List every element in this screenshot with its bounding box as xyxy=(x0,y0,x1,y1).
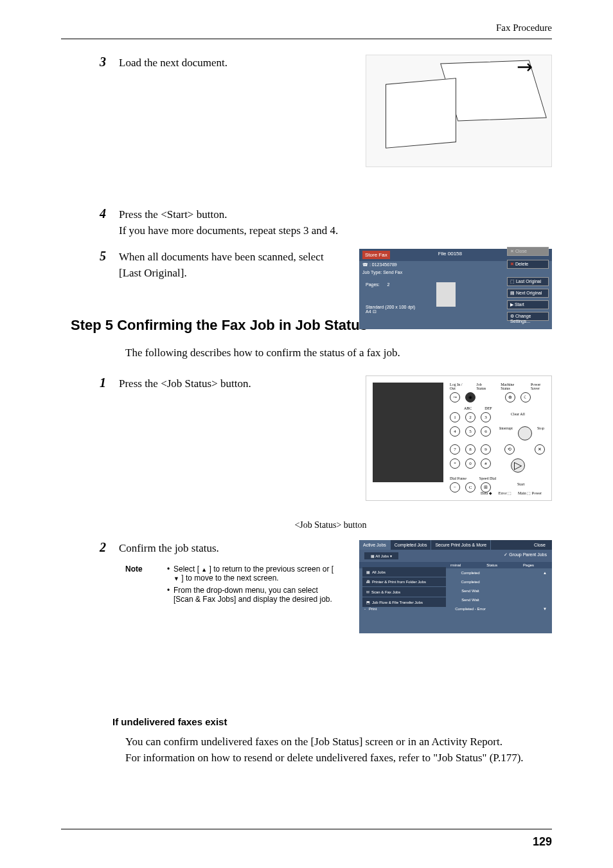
login-button[interactable]: ⊸ xyxy=(450,392,460,402)
key-1[interactable]: 1 xyxy=(450,412,460,422)
note-bullet-1: Select [ ] to return to the previous scr… xyxy=(167,565,334,583)
step-5-line1: When all documents have been scanned, se… xyxy=(119,249,344,282)
step-4-line2: If you have more documents, repeat steps… xyxy=(119,222,552,239)
footer-divider xyxy=(61,829,552,829)
stop-button[interactable]: ✕ xyxy=(535,444,545,455)
col-pages: Pages xyxy=(510,563,547,567)
step-4-number: 4 xyxy=(100,206,106,221)
close-button[interactable]: Close xyxy=(528,540,552,550)
machine-status-button[interactable]: ⊕ xyxy=(505,392,515,402)
filter-dropdown-menu: ▦ All Jobs 🖶 Printer & Print from Folder… xyxy=(362,567,446,608)
dial-pause-button[interactable]: − xyxy=(450,482,460,493)
resolution-value: Standard (200 x 100 dpi) xyxy=(366,305,415,309)
undelivered-line2: For information on how to resend or dele… xyxy=(125,750,552,766)
close-button[interactable]: ✕ Close xyxy=(507,247,549,256)
power-label: Power Saver xyxy=(531,383,545,390)
header-divider xyxy=(61,39,552,39)
pages-label: Pages: xyxy=(366,282,380,287)
store-fax-file: File 00158 xyxy=(438,251,462,259)
store-fax-jobtype: Job Type: Send Fax xyxy=(359,269,552,276)
section-intro: The following describes how to confirm t… xyxy=(125,347,552,359)
store-fax-screenshot: Store Fax File 00158 ☎ : 0123456789 Job … xyxy=(359,249,552,329)
dd-all-jobs[interactable]: ▦ All Jobs xyxy=(362,567,446,577)
key-hash[interactable]: # xyxy=(481,458,491,469)
step-3-number: 3 xyxy=(100,55,106,69)
interrupt-button[interactable]: ⟲ xyxy=(504,444,515,455)
tab-active-jobs[interactable]: Active Jobs xyxy=(359,540,391,550)
step-1: 1 Press the <Job Status> button. Log In … xyxy=(109,375,552,531)
step-5: 5 When all documents have been scanned, … xyxy=(109,249,552,282)
stop-label: Stop xyxy=(537,426,544,440)
job-status-button[interactable]: ◉ xyxy=(465,392,475,402)
key-3[interactable]: 3 xyxy=(481,412,491,422)
step-3: 3 Load the next document. ↘ xyxy=(109,55,552,71)
key-6[interactable]: 6 xyxy=(481,426,491,437)
main-power-indicator: Main ⬚ Power xyxy=(518,491,542,495)
interrupt-label: Interrupt xyxy=(499,426,513,440)
key-9[interactable]: 9 xyxy=(481,444,491,455)
power-saver-button[interactable]: ☾ xyxy=(520,392,531,402)
printer-illustration: ↘ xyxy=(366,55,552,167)
change-settings-button[interactable]: ⚙ Change Settings... xyxy=(507,312,549,321)
start-button[interactable]: ▶ Start xyxy=(507,300,549,309)
data-indicator: Data ◆ xyxy=(481,491,492,495)
job-filter-dropdown[interactable]: ▦ All Jobs ▾ xyxy=(364,552,398,559)
col-status: Status xyxy=(474,563,510,567)
undelivered-heading: If undelivered faxes exist xyxy=(112,716,552,727)
touchscreen-area xyxy=(373,383,443,482)
note-label: Note xyxy=(125,565,143,574)
clear-all-label: Clear All xyxy=(511,412,525,422)
undelivered-line1: You can confirm undelivered faxes on the… xyxy=(125,734,552,750)
dd-jobflow-jobs[interactable]: ⬒ Job Flow & File Transfer Jobs xyxy=(362,597,446,608)
key-star[interactable]: * xyxy=(450,458,460,469)
page-content: 3 Load the next document. ↘ 4 Press the … xyxy=(109,55,552,766)
pages-value: 2 xyxy=(387,282,389,287)
c-button[interactable]: C xyxy=(465,482,475,493)
last-original-button[interactable]: ⬚ Last Original xyxy=(507,277,549,286)
delete-button[interactable]: Delete xyxy=(507,260,549,269)
login-label: Log In / Out xyxy=(450,383,464,390)
triangle-down-icon xyxy=(173,574,179,583)
abc-label: ABC xyxy=(464,406,472,410)
key-0[interactable]: 0 xyxy=(465,458,475,469)
key-2[interactable]: 2 xyxy=(465,412,475,422)
def-label: DEF xyxy=(484,406,492,410)
step-1-number: 1 xyxy=(100,375,106,390)
page-number: 129 xyxy=(533,835,552,849)
printer-body-illustration xyxy=(386,78,456,149)
store-fax-title: Store Fax xyxy=(362,251,390,259)
jobstatus-label: Job Status xyxy=(477,383,488,390)
step-2-number: 2 xyxy=(100,540,106,555)
paper-size-value: A4 ⊡ xyxy=(366,309,415,314)
dial-pause-label: Dial Pause xyxy=(450,476,466,480)
next-original-button[interactable]: ▤ Next Original xyxy=(507,289,549,298)
note-bullet-2: From the drop-down menu, you can select … xyxy=(167,586,334,604)
key-4[interactable]: 4 xyxy=(450,426,460,437)
step-4-line1: Press the <Start> button. xyxy=(119,206,552,223)
job-status-button-caption: <Job Status> button xyxy=(109,520,552,530)
key-8[interactable]: 8 xyxy=(465,444,475,455)
group-parent-checkbox[interactable]: ✓ Group Parent Jobs xyxy=(504,552,547,559)
control-panel-illustration: Log In / Out Job Status Machine Status P… xyxy=(366,375,552,501)
key-5[interactable]: 5 xyxy=(465,426,475,437)
error-indicator: Error ⬚ xyxy=(499,491,511,495)
triangle-up-icon xyxy=(201,565,207,574)
step-5-number: 5 xyxy=(100,249,106,264)
document-preview-icon xyxy=(436,282,456,307)
step-4: 4 Press the <Start> button. If you have … xyxy=(109,206,552,239)
machine-label: Machine Status xyxy=(501,383,518,390)
clear-all-button[interactable] xyxy=(518,426,532,440)
tab-secure-print[interactable]: Secure Print Jobs & More xyxy=(431,540,491,550)
header-section-title: Fax Procedure xyxy=(496,23,552,33)
step-2: 2 Confirm the job status. Note Select [ … xyxy=(109,540,552,604)
dd-scan-fax-jobs[interactable]: ✉ Scan & Fax Jobs xyxy=(362,587,446,597)
start-phys-button[interactable]: ▷ xyxy=(511,458,525,473)
job-status-screenshot: Active Jobs Completed Jobs Secure Print … xyxy=(359,540,552,633)
speed-dial-label: Speed Dial xyxy=(479,476,497,480)
tab-completed-jobs[interactable]: Completed Jobs xyxy=(391,540,432,550)
dd-printer-jobs[interactable]: 🖶 Printer & Print from Folder Jobs xyxy=(362,577,446,587)
key-7[interactable]: 7 xyxy=(450,444,460,455)
